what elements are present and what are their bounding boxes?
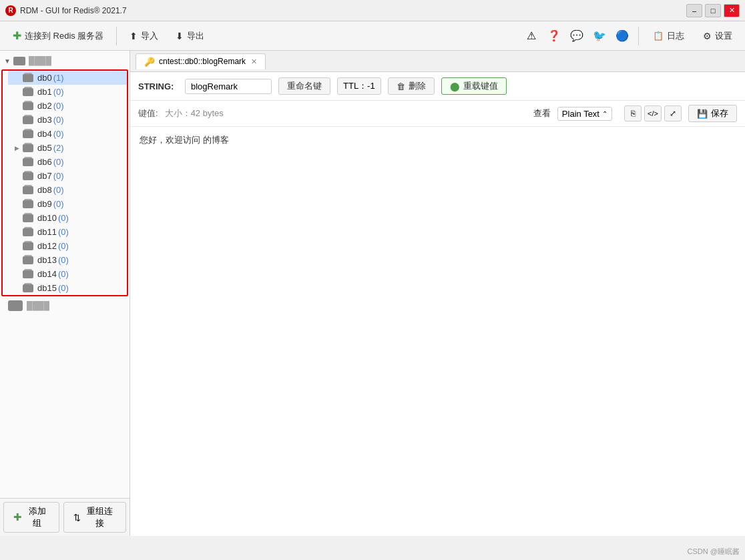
code-icon: </>: [648, 109, 658, 117]
view-actions: ⎘ </> ⤢: [624, 105, 682, 121]
sidebar: ▼ ████ db0 (1)db1 (0)db2 (0)db3 (0)db4 (…: [0, 51, 130, 536]
db-count: (0): [58, 227, 69, 237]
db-name: db12: [37, 241, 57, 251]
plus-icon: ✚: [13, 511, 22, 523]
db-item-db14[interactable]: db14 (0): [8, 267, 127, 281]
server-icon: [13, 57, 25, 65]
close-button[interactable]: ✕: [724, 4, 740, 17]
db-icon: [23, 158, 33, 166]
chevron-down-icon: ⌃: [602, 110, 607, 117]
db-icon: [23, 270, 33, 278]
add-group-button[interactable]: ✚ 添加组: [3, 502, 59, 533]
db-name: db0: [37, 73, 52, 83]
db-item-db10[interactable]: db10 (0): [8, 211, 127, 225]
copy-icon: ⎘: [631, 109, 636, 118]
db-count: (0): [58, 269, 69, 279]
db-count: (0): [53, 199, 64, 209]
db-item-db0[interactable]: db0 (1): [8, 71, 127, 85]
discord-icon-button[interactable]: 🔵: [613, 27, 632, 45]
export-button[interactable]: ⬇ 导出: [168, 26, 212, 46]
log-icon: 📋: [653, 31, 664, 41]
tab-title: cntest::db0::blogRemark: [159, 57, 246, 66]
db-icon: [23, 130, 33, 138]
view-label: 查看: [533, 107, 551, 119]
reload-key-button[interactable]: ⬤ 重载键值: [441, 77, 507, 95]
connect-redis-button[interactable]: ✚ 连接到 Redis 服务器: [5, 25, 111, 46]
db-item-db2[interactable]: db2 (0): [8, 99, 127, 113]
tab-bar: 🔑 cntest::db0::blogRemark ✕: [130, 51, 745, 72]
settings-button[interactable]: ⚙ 设置: [696, 26, 740, 46]
key-editor-row: STRING: 重命名键 TTL：-1 🗑 删除 ⬤ 重载键值: [130, 72, 745, 101]
db-count: (0): [53, 185, 64, 195]
db-item-db9[interactable]: db9 (0): [8, 197, 127, 211]
reconnect-icon: ⇅: [73, 513, 81, 523]
server-node[interactable]: ▼ ████: [0, 53, 130, 68]
view-type-select[interactable]: Plain Text ⌃: [557, 107, 612, 121]
server-footer-item[interactable]: ████: [0, 298, 130, 314]
expand-button[interactable]: ⤢: [664, 105, 682, 121]
db-item-db3[interactable]: db3 (0): [8, 113, 127, 127]
tab-close-button[interactable]: ✕: [251, 57, 257, 66]
db-icon: [23, 74, 33, 82]
db-name: db8: [37, 185, 52, 195]
chat-icon-button[interactable]: 💬: [567, 27, 586, 45]
key-icon: 🔑: [144, 57, 155, 67]
active-tab[interactable]: 🔑 cntest::db0::blogRemark ✕: [136, 53, 266, 69]
minimize-button[interactable]: –: [686, 4, 702, 17]
database-list: db0 (1)db1 (0)db2 (0)db3 (0)db4 (0)▶db5 …: [1, 69, 128, 296]
db-item-db7[interactable]: db7 (0): [8, 169, 127, 183]
twitter-icon-button[interactable]: 🐦: [590, 27, 609, 45]
rename-key-button[interactable]: 重命名键: [278, 77, 330, 95]
db-item-db6[interactable]: db6 (0): [8, 155, 127, 169]
toolbar-separator-2: [638, 27, 639, 45]
db-icon: [23, 88, 33, 96]
db-name: db14: [37, 269, 57, 279]
db-item-db15[interactable]: db15 (0): [8, 281, 127, 295]
twitter-icon: 🐦: [593, 29, 606, 42]
expand-icon: ⤢: [670, 109, 676, 118]
db-item-db12[interactable]: db12 (0): [8, 239, 127, 253]
db-name: db11: [37, 227, 57, 237]
db-count: (0): [58, 213, 69, 223]
db-count: (0): [58, 283, 69, 293]
value-section: 键值: 大小：42 bytes 查看 Plain Text ⌃ ⎘ </> ⤢ …: [130, 101, 745, 127]
db-count: (0): [53, 129, 64, 139]
db-name: db13: [37, 255, 57, 265]
maximize-button[interactable]: □: [705, 4, 721, 17]
import-button[interactable]: ⬆ 导入: [122, 26, 166, 46]
db-name: db7: [37, 171, 52, 181]
save-value-button[interactable]: 💾 保存: [688, 105, 737, 122]
db-item-db4[interactable]: db4 (0): [8, 127, 127, 141]
db-count: (0): [53, 157, 64, 167]
db-item-db8[interactable]: db8 (0): [8, 183, 127, 197]
db-item-db1[interactable]: db1 (0): [8, 85, 127, 99]
key-name-input[interactable]: [185, 79, 272, 94]
db-item-db13[interactable]: db13 (0): [8, 253, 127, 267]
view-type-text: Plain Text: [562, 109, 599, 119]
db-name: db9: [37, 199, 52, 209]
toolbar-right: ⚠ ❓ 💬 🐦 🔵 📋 日志 ⚙ 设置: [522, 26, 740, 46]
delete-key-button[interactable]: 🗑 删除: [388, 77, 435, 95]
db-icon: [23, 214, 33, 222]
db-icon: [23, 242, 33, 250]
db-icon: [23, 284, 33, 292]
value-size: 大小：42 bytes: [165, 107, 224, 119]
app-icon: R: [5, 5, 16, 16]
sidebar-actions: ✚ 添加组 ⇅ 重组连接: [0, 498, 130, 536]
help-icon-button[interactable]: ❓: [545, 27, 563, 45]
db-icon: [23, 200, 33, 208]
db-name: db4: [37, 129, 52, 139]
reconnect-button[interactable]: ⇅ 重组连接: [63, 502, 126, 533]
server-name: ████: [29, 56, 51, 65]
db-count: (0): [53, 115, 64, 125]
db-item-db5[interactable]: ▶db5 (2): [8, 141, 127, 155]
db-count: (0): [53, 87, 64, 97]
edit-binary-button[interactable]: </>: [644, 105, 662, 121]
db-item-db11[interactable]: db11 (0): [8, 225, 127, 239]
text-content-area[interactable]: 您好，欢迎访问 的博客: [130, 127, 745, 536]
log-button[interactable]: 📋 日志: [646, 26, 692, 46]
warning-icon-button[interactable]: ⚠: [522, 27, 541, 45]
copy-value-button[interactable]: ⎘: [624, 105, 642, 121]
save-icon: 💾: [697, 109, 708, 119]
db-icon: [23, 144, 33, 152]
